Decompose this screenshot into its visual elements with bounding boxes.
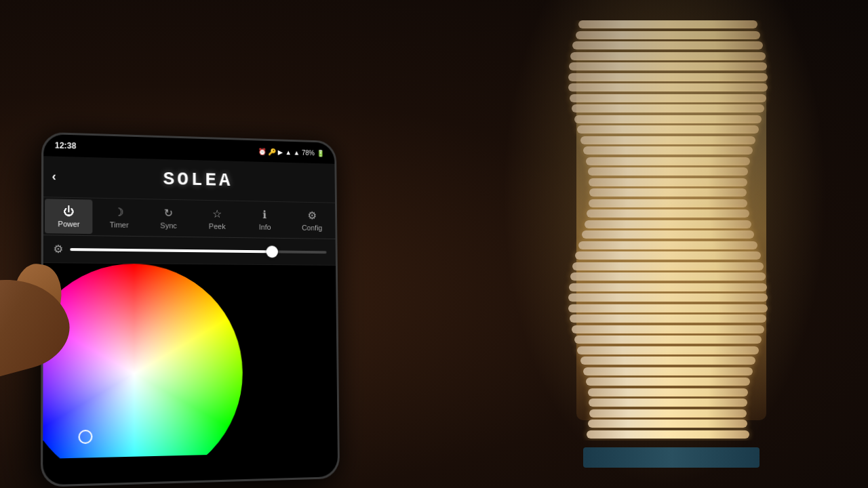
lamp-slat bbox=[574, 115, 762, 123]
lamp-slat bbox=[574, 336, 762, 344]
lamp-slat bbox=[577, 346, 758, 354]
nav-tab-peek[interactable]: ☆ Peek bbox=[194, 202, 239, 237]
brightness-thumb bbox=[266, 245, 278, 258]
lamp-slat bbox=[568, 73, 768, 81]
app-header: ‹ SOLEA bbox=[43, 156, 335, 203]
lamp-slat bbox=[577, 125, 759, 134]
status-icons: ⏰ 🔑 ▶ ▲ ▲ 78% 🔋 bbox=[258, 148, 324, 157]
lamp-slat bbox=[568, 83, 768, 92]
phone-frame: 12:38 ⏰ 🔑 ▶ ▲ ▲ 78% 🔋 ‹ SOLEA ⏻ Power bbox=[41, 132, 340, 487]
wifi-icon: ▲ bbox=[285, 148, 292, 156]
lamp-slat bbox=[587, 209, 749, 218]
phone: 12:38 ⏰ 🔑 ▶ ▲ ▲ 78% 🔋 ‹ SOLEA ⏻ Power bbox=[41, 132, 366, 488]
nav-tab-timer[interactable]: ☽ Timer bbox=[96, 200, 142, 235]
lamp-slat bbox=[578, 20, 757, 28]
info-icon: ℹ bbox=[263, 208, 267, 221]
power-icon: ⏻ bbox=[63, 205, 75, 218]
hand bbox=[0, 264, 81, 386]
info-label: Info bbox=[259, 223, 271, 231]
lamp-slat bbox=[589, 178, 747, 186]
nav-tab-sync[interactable]: ↻ Sync bbox=[145, 201, 191, 235]
media-icon: ▶ bbox=[278, 148, 283, 156]
config-icon: ⚙ bbox=[307, 209, 316, 222]
lamp-slat bbox=[586, 378, 750, 386]
signal-icon: ▲ bbox=[294, 148, 300, 156]
lamp-slat bbox=[588, 167, 748, 176]
brightness-icon: ⚙ bbox=[53, 243, 63, 256]
timer-icon: ☽ bbox=[115, 205, 124, 218]
nav-tab-config[interactable]: ⚙ Config bbox=[290, 203, 334, 237]
lamp-slat bbox=[570, 272, 766, 281]
brightness-track[interactable] bbox=[70, 248, 326, 253]
lamp-slat bbox=[588, 388, 748, 396]
lamp-slat bbox=[585, 220, 751, 228]
app-title: SOLEA bbox=[63, 166, 327, 193]
battery-icon: 🔋 bbox=[317, 149, 324, 157]
lamp-slat bbox=[569, 283, 768, 291]
lamp-slat bbox=[583, 146, 753, 155]
brightness-area: ⚙ bbox=[43, 235, 336, 266]
lamp-slat bbox=[578, 241, 757, 249]
lamp-base bbox=[583, 447, 760, 468]
nav-tab-power[interactable]: ⏻ Power bbox=[45, 199, 93, 234]
lamp-slat bbox=[570, 52, 766, 60]
lamp-slat bbox=[589, 409, 747, 418]
lamp-slat bbox=[569, 62, 767, 70]
lamp-slat bbox=[589, 399, 747, 407]
color-wheel-area[interactable] bbox=[43, 263, 338, 459]
battery-text: 78% bbox=[302, 149, 315, 157]
peek-label: Peek bbox=[209, 222, 226, 230]
lamp-slat bbox=[589, 199, 748, 207]
lamp-slat bbox=[572, 262, 763, 270]
lamp-slat bbox=[580, 136, 756, 144]
lamp-slat bbox=[572, 104, 764, 113]
nav-tab-info[interactable]: ℹ Info bbox=[242, 203, 287, 237]
power-label: Power bbox=[58, 220, 79, 228]
lamp-slat bbox=[589, 188, 747, 197]
sync-icon: ↻ bbox=[164, 207, 173, 220]
lamp-slat bbox=[575, 251, 760, 260]
lamp-slat bbox=[576, 31, 761, 39]
lamp-slat bbox=[582, 230, 755, 239]
brightness-fill bbox=[70, 248, 272, 253]
alarm-icon: ⏰ bbox=[258, 148, 267, 155]
lamp-slat bbox=[572, 325, 764, 333]
back-button[interactable]: ‹ bbox=[52, 169, 56, 184]
lamp-slat bbox=[568, 304, 768, 312]
lamp-slat bbox=[587, 430, 749, 439]
peek-icon: ☆ bbox=[212, 207, 222, 220]
lamp-slat bbox=[586, 157, 750, 165]
sync-label: Sync bbox=[160, 222, 176, 230]
phone-screen: 12:38 ⏰ 🔑 ▶ ▲ ▲ 78% 🔋 ‹ SOLEA ⏻ Power bbox=[43, 134, 338, 485]
lamp-slat bbox=[568, 293, 768, 302]
lamp-slats bbox=[563, 20, 773, 441]
timer-label: Timer bbox=[110, 220, 129, 229]
lamp-slat bbox=[588, 420, 747, 428]
nav-tabs: ⏻ Power ☽ Timer ↻ Sync ☆ Peek ℹ Info ⚙ C… bbox=[43, 197, 336, 239]
lamp-slat bbox=[572, 41, 763, 49]
key-icon: 🔑 bbox=[268, 148, 276, 155]
lamp-slat bbox=[570, 314, 766, 323]
lamp-slat bbox=[580, 357, 755, 365]
status-time: 12:38 bbox=[55, 140, 77, 150]
config-label: Config bbox=[302, 224, 322, 232]
lamp-container bbox=[502, 0, 827, 488]
lamp-slat bbox=[583, 367, 752, 375]
lamp-slat bbox=[570, 94, 766, 102]
